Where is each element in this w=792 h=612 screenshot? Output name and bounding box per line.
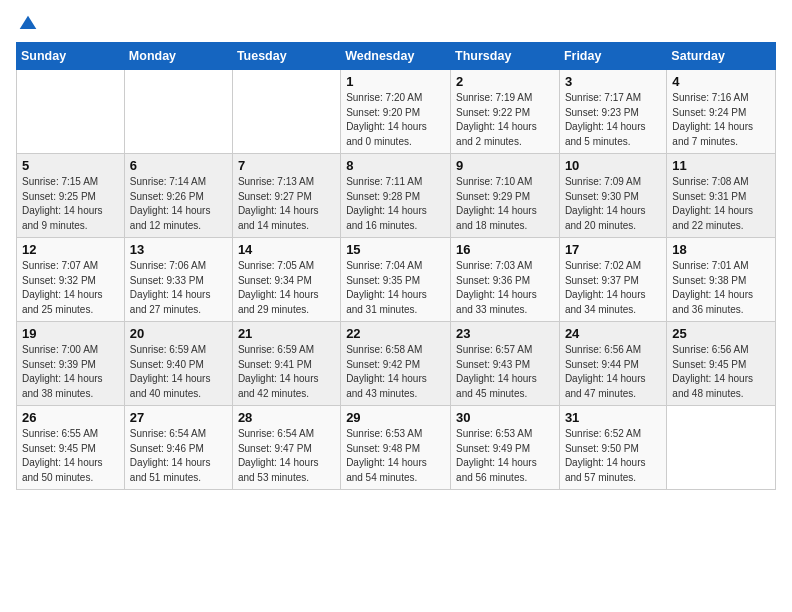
day-info: Sunrise: 7:14 AMSunset: 9:26 PMDaylight:… [130, 175, 227, 233]
calendar-cell: 28Sunrise: 6:54 AMSunset: 9:47 PMDayligh… [232, 406, 340, 490]
calendar-week-3: 12Sunrise: 7:07 AMSunset: 9:32 PMDayligh… [17, 238, 776, 322]
day-info: Sunrise: 7:15 AMSunset: 9:25 PMDaylight:… [22, 175, 119, 233]
calendar-cell: 30Sunrise: 6:53 AMSunset: 9:49 PMDayligh… [451, 406, 560, 490]
day-number: 2 [456, 74, 554, 89]
day-info: Sunrise: 7:05 AMSunset: 9:34 PMDaylight:… [238, 259, 335, 317]
day-info: Sunrise: 6:54 AMSunset: 9:47 PMDaylight:… [238, 427, 335, 485]
day-number: 14 [238, 242, 335, 257]
day-number: 29 [346, 410, 445, 425]
calendar-cell: 21Sunrise: 6:59 AMSunset: 9:41 PMDayligh… [232, 322, 340, 406]
calendar-cell [124, 70, 232, 154]
day-number: 21 [238, 326, 335, 341]
day-info: Sunrise: 7:09 AMSunset: 9:30 PMDaylight:… [565, 175, 661, 233]
svg-marker-0 [20, 16, 37, 29]
day-header-friday: Friday [559, 43, 666, 70]
day-info: Sunrise: 6:53 AMSunset: 9:48 PMDaylight:… [346, 427, 445, 485]
day-info: Sunrise: 7:01 AMSunset: 9:38 PMDaylight:… [672, 259, 770, 317]
day-number: 16 [456, 242, 554, 257]
day-info: Sunrise: 7:10 AMSunset: 9:29 PMDaylight:… [456, 175, 554, 233]
day-number: 25 [672, 326, 770, 341]
day-number: 19 [22, 326, 119, 341]
day-number: 30 [456, 410, 554, 425]
day-number: 22 [346, 326, 445, 341]
day-number: 20 [130, 326, 227, 341]
calendar-cell: 6Sunrise: 7:14 AMSunset: 9:26 PMDaylight… [124, 154, 232, 238]
day-number: 15 [346, 242, 445, 257]
calendar-cell: 26Sunrise: 6:55 AMSunset: 9:45 PMDayligh… [17, 406, 125, 490]
calendar-cell: 8Sunrise: 7:11 AMSunset: 9:28 PMDaylight… [341, 154, 451, 238]
calendar-cell: 23Sunrise: 6:57 AMSunset: 9:43 PMDayligh… [451, 322, 560, 406]
day-info: Sunrise: 6:53 AMSunset: 9:49 PMDaylight:… [456, 427, 554, 485]
calendar-body: 1Sunrise: 7:20 AMSunset: 9:20 PMDaylight… [17, 70, 776, 490]
day-number: 7 [238, 158, 335, 173]
day-number: 8 [346, 158, 445, 173]
day-info: Sunrise: 7:19 AMSunset: 9:22 PMDaylight:… [456, 91, 554, 149]
calendar-cell [232, 70, 340, 154]
calendar-cell [17, 70, 125, 154]
calendar-cell: 13Sunrise: 7:06 AMSunset: 9:33 PMDayligh… [124, 238, 232, 322]
day-header-tuesday: Tuesday [232, 43, 340, 70]
day-header-thursday: Thursday [451, 43, 560, 70]
header-row: SundayMondayTuesdayWednesdayThursdayFrid… [17, 43, 776, 70]
calendar-cell: 14Sunrise: 7:05 AMSunset: 9:34 PMDayligh… [232, 238, 340, 322]
calendar-cell: 31Sunrise: 6:52 AMSunset: 9:50 PMDayligh… [559, 406, 666, 490]
day-header-monday: Monday [124, 43, 232, 70]
day-number: 27 [130, 410, 227, 425]
calendar-cell: 11Sunrise: 7:08 AMSunset: 9:31 PMDayligh… [667, 154, 776, 238]
calendar-cell: 25Sunrise: 6:56 AMSunset: 9:45 PMDayligh… [667, 322, 776, 406]
day-number: 3 [565, 74, 661, 89]
day-info: Sunrise: 6:56 AMSunset: 9:45 PMDaylight:… [672, 343, 770, 401]
day-header-sunday: Sunday [17, 43, 125, 70]
day-info: Sunrise: 6:55 AMSunset: 9:45 PMDaylight:… [22, 427, 119, 485]
day-number: 9 [456, 158, 554, 173]
calendar-week-5: 26Sunrise: 6:55 AMSunset: 9:45 PMDayligh… [17, 406, 776, 490]
day-info: Sunrise: 6:57 AMSunset: 9:43 PMDaylight:… [456, 343, 554, 401]
day-header-wednesday: Wednesday [341, 43, 451, 70]
calendar-cell: 27Sunrise: 6:54 AMSunset: 9:46 PMDayligh… [124, 406, 232, 490]
logo-icon [18, 14, 38, 34]
day-number: 17 [565, 242, 661, 257]
day-header-saturday: Saturday [667, 43, 776, 70]
calendar-cell: 3Sunrise: 7:17 AMSunset: 9:23 PMDaylight… [559, 70, 666, 154]
day-info: Sunrise: 7:17 AMSunset: 9:23 PMDaylight:… [565, 91, 661, 149]
calendar-cell: 5Sunrise: 7:15 AMSunset: 9:25 PMDaylight… [17, 154, 125, 238]
day-number: 18 [672, 242, 770, 257]
day-info: Sunrise: 7:13 AMSunset: 9:27 PMDaylight:… [238, 175, 335, 233]
day-number: 31 [565, 410, 661, 425]
day-number: 1 [346, 74, 445, 89]
day-number: 13 [130, 242, 227, 257]
day-number: 26 [22, 410, 119, 425]
calendar-header: SundayMondayTuesdayWednesdayThursdayFrid… [17, 43, 776, 70]
logo [16, 10, 38, 34]
day-info: Sunrise: 7:20 AMSunset: 9:20 PMDaylight:… [346, 91, 445, 149]
day-number: 11 [672, 158, 770, 173]
day-info: Sunrise: 7:06 AMSunset: 9:33 PMDaylight:… [130, 259, 227, 317]
day-info: Sunrise: 7:16 AMSunset: 9:24 PMDaylight:… [672, 91, 770, 149]
calendar-cell: 2Sunrise: 7:19 AMSunset: 9:22 PMDaylight… [451, 70, 560, 154]
day-info: Sunrise: 6:58 AMSunset: 9:42 PMDaylight:… [346, 343, 445, 401]
day-info: Sunrise: 7:00 AMSunset: 9:39 PMDaylight:… [22, 343, 119, 401]
calendar-cell: 16Sunrise: 7:03 AMSunset: 9:36 PMDayligh… [451, 238, 560, 322]
day-number: 4 [672, 74, 770, 89]
calendar-cell: 22Sunrise: 6:58 AMSunset: 9:42 PMDayligh… [341, 322, 451, 406]
day-info: Sunrise: 7:07 AMSunset: 9:32 PMDaylight:… [22, 259, 119, 317]
calendar-cell: 29Sunrise: 6:53 AMSunset: 9:48 PMDayligh… [341, 406, 451, 490]
day-info: Sunrise: 6:54 AMSunset: 9:46 PMDaylight:… [130, 427, 227, 485]
header [16, 10, 776, 34]
day-info: Sunrise: 6:59 AMSunset: 9:41 PMDaylight:… [238, 343, 335, 401]
day-number: 23 [456, 326, 554, 341]
calendar-cell: 12Sunrise: 7:07 AMSunset: 9:32 PMDayligh… [17, 238, 125, 322]
day-info: Sunrise: 7:03 AMSunset: 9:36 PMDaylight:… [456, 259, 554, 317]
day-info: Sunrise: 7:02 AMSunset: 9:37 PMDaylight:… [565, 259, 661, 317]
calendar-cell [667, 406, 776, 490]
calendar-week-2: 5Sunrise: 7:15 AMSunset: 9:25 PMDaylight… [17, 154, 776, 238]
day-number: 5 [22, 158, 119, 173]
day-number: 24 [565, 326, 661, 341]
calendar-cell: 4Sunrise: 7:16 AMSunset: 9:24 PMDaylight… [667, 70, 776, 154]
day-info: Sunrise: 7:11 AMSunset: 9:28 PMDaylight:… [346, 175, 445, 233]
calendar-cell: 7Sunrise: 7:13 AMSunset: 9:27 PMDaylight… [232, 154, 340, 238]
calendar-cell: 1Sunrise: 7:20 AMSunset: 9:20 PMDaylight… [341, 70, 451, 154]
calendar-week-1: 1Sunrise: 7:20 AMSunset: 9:20 PMDaylight… [17, 70, 776, 154]
calendar-week-4: 19Sunrise: 7:00 AMSunset: 9:39 PMDayligh… [17, 322, 776, 406]
day-info: Sunrise: 6:59 AMSunset: 9:40 PMDaylight:… [130, 343, 227, 401]
